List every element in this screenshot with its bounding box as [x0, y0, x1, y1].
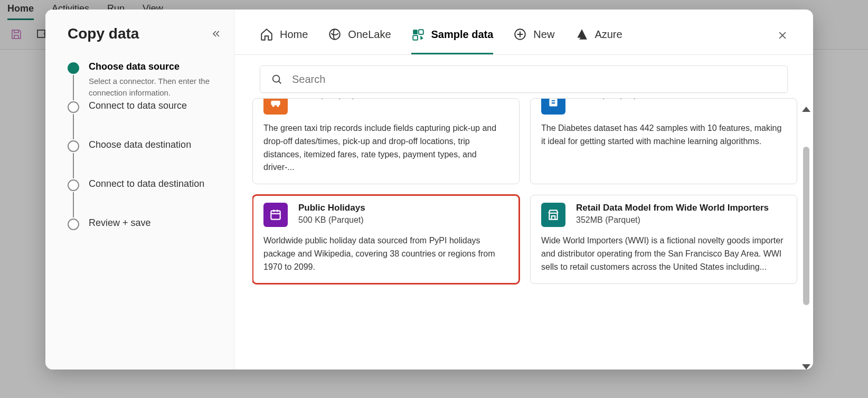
- azure-icon: [574, 27, 588, 41]
- tab-new[interactable]: New: [513, 27, 554, 54]
- calendar-icon: [263, 203, 288, 227]
- tab-home[interactable]: Home: [260, 27, 308, 54]
- step-marker-icon: [68, 140, 79, 152]
- home-icon: [260, 27, 273, 41]
- svg-point-9: [277, 105, 279, 107]
- step-choose-data-destination[interactable]: Choose data destination: [68, 139, 221, 178]
- svg-rect-11: [271, 211, 280, 220]
- scroll-thumb[interactable]: [803, 147, 809, 305]
- step-marker-icon: [68, 219, 79, 230]
- tab-label: Azure: [595, 29, 622, 41]
- svg-point-1: [330, 29, 341, 40]
- card-diabetes[interactable]: 14 KB (Parquet) The Diabetes dataset has…: [530, 98, 797, 184]
- taxi-icon: [263, 98, 288, 115]
- step-marker-icon: [68, 101, 79, 113]
- onelake-icon: [328, 27, 342, 41]
- svg-rect-2: [413, 30, 418, 34]
- card-title: Retail Data Model from Wide World Import…: [576, 203, 769, 213]
- step-review-save[interactable]: Review + save: [68, 217, 221, 230]
- card-meta: 14 KB (Parquet): [576, 98, 637, 100]
- tab-azure[interactable]: Azure: [574, 27, 622, 54]
- step-desc: Select a connector. Then enter the conne…: [89, 75, 221, 99]
- step-connect-to-data-source[interactable]: Connect to data source: [68, 100, 221, 139]
- collapse-wizard-button[interactable]: [211, 29, 221, 39]
- card-meta: 352MB (Parquet): [576, 215, 769, 225]
- step-connect-to-data-destination[interactable]: Connect to data destination: [68, 178, 221, 217]
- search-box[interactable]: [260, 65, 788, 93]
- card-desc: The Diabetes dataset has 442 samples wit…: [541, 122, 786, 148]
- store-icon: [541, 203, 565, 227]
- wizard-panel: Copy data Choose data source Select a co…: [45, 10, 234, 369]
- card-desc: Wide World Importers (WWI) is a fictiona…: [541, 234, 786, 273]
- step-title: Review + save: [89, 217, 221, 229]
- tab-label: OneLake: [348, 29, 391, 41]
- svg-rect-3: [419, 30, 423, 34]
- wizard-steps: Choose data source Select a connector. T…: [68, 61, 221, 230]
- modal-title: Copy data: [68, 25, 139, 42]
- card-title: Public Holidays: [298, 203, 365, 213]
- tab-sample-data[interactable]: Sample data: [411, 27, 494, 54]
- card-retail-wwi[interactable]: Retail Data Model from Wide World Import…: [530, 195, 797, 283]
- card-public-holidays[interactable]: Public Holidays 500 KB (Parquet) Worldwi…: [252, 195, 520, 283]
- tab-label: Home: [280, 29, 308, 41]
- step-choose-data-source[interactable]: Choose data source Select a connector. T…: [68, 61, 221, 100]
- sample-data-icon: [411, 27, 425, 41]
- card-meta: 500 KB (Parquet): [298, 215, 365, 225]
- card-meta: 2 GB (Parquet): [298, 98, 355, 100]
- card-desc: The green taxi trip records include fiel…: [263, 122, 508, 174]
- step-title: Connect to data destination: [89, 178, 221, 189]
- svg-point-6: [273, 75, 280, 82]
- source-tabs: Home OneLake Sample data New: [234, 10, 813, 55]
- svg-rect-7: [271, 101, 280, 106]
- copy-data-modal: Copy data Choose data source Select a co…: [45, 10, 813, 369]
- step-title: Connect to data source: [89, 100, 221, 111]
- sample-data-grid: 2 GB (Parquet) The green taxi trip recor…: [252, 98, 804, 286]
- step-marker-icon: [68, 62, 79, 74]
- tab-label: New: [533, 29, 554, 41]
- tab-onelake[interactable]: OneLake: [328, 27, 391, 54]
- tab-label: Sample data: [431, 29, 494, 41]
- search-icon: [271, 73, 282, 85]
- scroll-up-icon[interactable]: [802, 107, 810, 112]
- card-desc: Worldwide public holiday data sourced fr…: [263, 234, 508, 273]
- close-button[interactable]: [777, 30, 788, 52]
- scroll-track[interactable]: [803, 117, 809, 359]
- search-input[interactable]: [292, 73, 777, 86]
- step-marker-icon: [68, 179, 79, 191]
- step-title: Choose data source: [89, 61, 221, 72]
- svg-rect-4: [413, 35, 418, 40]
- scrollbar[interactable]: [799, 98, 813, 369]
- step-title: Choose data destination: [89, 139, 221, 150]
- content-panel: Home OneLake Sample data New: [234, 10, 813, 369]
- card-green-taxi[interactable]: 2 GB (Parquet) The green taxi trip recor…: [252, 98, 520, 184]
- svg-point-8: [272, 105, 275, 107]
- dataset-icon: [541, 98, 565, 115]
- plus-circle-icon: [513, 27, 527, 41]
